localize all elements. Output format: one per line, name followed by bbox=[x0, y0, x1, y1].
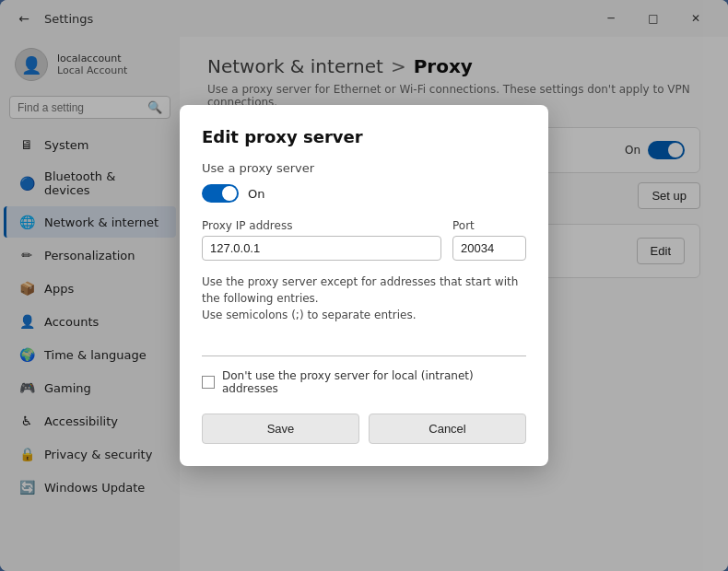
ip-input[interactable] bbox=[202, 236, 441, 261]
modal-footer: Save Cancel bbox=[202, 414, 526, 444]
modal-toggle-label: On bbox=[248, 187, 264, 201]
modal-title: Edit proxy server bbox=[202, 127, 526, 146]
save-button[interactable]: Save bbox=[202, 414, 359, 444]
local-checkbox[interactable] bbox=[202, 376, 215, 389]
port-label: Port bbox=[452, 219, 526, 232]
exceptions-input[interactable] bbox=[202, 332, 526, 356]
cancel-button[interactable]: Cancel bbox=[369, 414, 526, 444]
ip-label: Proxy IP address bbox=[202, 219, 441, 232]
port-field-group: Port bbox=[452, 219, 526, 261]
modal-toggle[interactable] bbox=[202, 184, 239, 203]
modal-toggle-thumb bbox=[222, 186, 237, 201]
modal-fields: Proxy IP address Port bbox=[202, 219, 526, 261]
ip-field-group: Proxy IP address bbox=[202, 219, 441, 261]
port-input[interactable] bbox=[452, 236, 526, 261]
modal-toggle-row: On bbox=[202, 184, 526, 203]
checkbox-label: Don't use the proxy server for local (in… bbox=[222, 369, 526, 395]
modal-section-label: Use a proxy server bbox=[202, 161, 526, 175]
exceptions-description: Use the proxy server except for addresse… bbox=[202, 274, 526, 323]
modal-overlay: Edit proxy server Use a proxy server On … bbox=[0, 0, 728, 571]
checkbox-row: Don't use the proxy server for local (in… bbox=[202, 369, 526, 395]
edit-proxy-modal: Edit proxy server Use a proxy server On … bbox=[180, 105, 548, 466]
